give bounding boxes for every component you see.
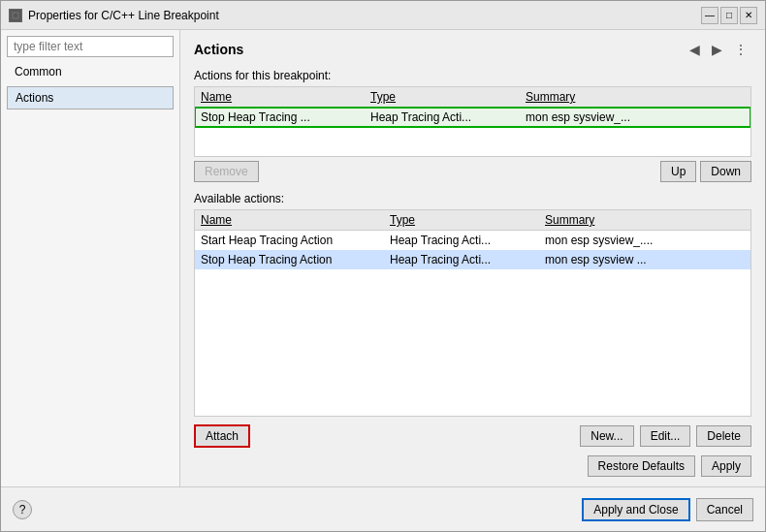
svg-point-1 bbox=[14, 14, 17, 17]
avail-header-type: Type bbox=[390, 213, 545, 227]
up-down-buttons: Up Down bbox=[660, 161, 751, 182]
help-button[interactable]: ? bbox=[13, 500, 32, 519]
title-bar-controls: — □ ✕ bbox=[701, 7, 757, 24]
title-bar: Properties for C/C++ Line Breakpoint — □… bbox=[1, 1, 765, 30]
available-actions-table: Name Type Summary Start Heap Tracing Act… bbox=[194, 209, 751, 417]
avail-header-name: Name bbox=[201, 213, 390, 227]
edit-button[interactable]: Edit... bbox=[640, 425, 691, 447]
bp-header-name: Name bbox=[201, 90, 370, 104]
sidebar: Common Actions bbox=[1, 30, 180, 486]
bp-actions-btn-row: Remove Up Down bbox=[194, 161, 751, 182]
main-header: Actions ◀ ▶ ⋮ bbox=[194, 40, 751, 59]
forward-button[interactable]: ▶ bbox=[708, 40, 726, 59]
main-title: Actions bbox=[194, 42, 243, 57]
apply-button[interactable]: Apply bbox=[701, 455, 751, 477]
breakpoint-table-body: Stop Heap Tracing ... Heap Tracing Acti.… bbox=[195, 108, 750, 156]
available-table-body: Start Heap Tracing Action Heap Tracing A… bbox=[195, 231, 750, 333]
new-button[interactable]: New... bbox=[580, 425, 633, 447]
table-row[interactable]: Stop Heap Tracing Action Heap Tracing Ac… bbox=[195, 250, 750, 269]
back-button[interactable]: ◀ bbox=[686, 40, 704, 59]
available-table-header: Name Type Summary bbox=[195, 210, 750, 231]
avail-row1-name: Stop Heap Tracing Action bbox=[201, 253, 390, 266]
avail-row0-type: Heap Tracing Acti... bbox=[390, 234, 545, 247]
main-window: Properties for C/C++ Line Breakpoint — □… bbox=[0, 0, 766, 532]
restore-defaults-button[interactable]: Restore Defaults bbox=[588, 455, 695, 477]
apply-close-button[interactable]: Apply and Close bbox=[582, 498, 689, 521]
table-row-empty3 bbox=[195, 291, 750, 312]
bottom-actions: Attach New... Edit... Delete bbox=[194, 424, 751, 448]
attach-button[interactable]: Attach bbox=[194, 424, 250, 448]
down-button[interactable]: Down bbox=[700, 161, 751, 182]
table-row[interactable]: Stop Heap Tracing ... Heap Tracing Acti.… bbox=[195, 108, 750, 127]
close-button[interactable]: ✕ bbox=[740, 7, 757, 24]
footer-left: ? bbox=[13, 500, 32, 519]
avail-row0-name: Start Heap Tracing Action bbox=[201, 234, 390, 247]
available-actions-label: Available actions: bbox=[194, 192, 751, 205]
window-icon bbox=[9, 9, 22, 22]
remove-button[interactable]: Remove bbox=[194, 161, 259, 182]
sidebar-filter-input[interactable] bbox=[7, 36, 174, 57]
title-bar-left: Properties for C/C++ Line Breakpoint bbox=[9, 9, 219, 22]
toolbar-icons: ◀ ▶ ⋮ bbox=[686, 40, 751, 59]
avail-row0-summary: mon esp sysview_.... bbox=[545, 234, 745, 247]
avail-header-summary: Summary bbox=[545, 213, 745, 227]
window-footer: ? Apply and Close Cancel bbox=[1, 486, 765, 531]
breakpoint-table-header: Name Type Summary bbox=[195, 87, 750, 108]
actions-for-label: Actions for this breakpoint: bbox=[194, 69, 751, 82]
table-row-empty2 bbox=[195, 269, 750, 291]
main-content: Actions ◀ ▶ ⋮ Actions for this breakpoin… bbox=[180, 30, 765, 486]
delete-button[interactable]: Delete bbox=[696, 425, 751, 447]
bp-row-summary: mon esp sysview_... bbox=[526, 110, 745, 124]
bp-row-name: Stop Heap Tracing ... bbox=[201, 110, 370, 124]
sidebar-item-common[interactable]: Common bbox=[7, 61, 174, 82]
bp-header-type: Type bbox=[370, 90, 526, 104]
minimize-button[interactable]: — bbox=[701, 7, 718, 24]
sidebar-item-actions[interactable]: Actions bbox=[7, 86, 174, 110]
table-row-empty4 bbox=[195, 312, 750, 333]
bottom-right-buttons: New... Edit... Delete bbox=[580, 425, 751, 447]
bp-header-summary: Summary bbox=[526, 90, 745, 104]
menu-button[interactable]: ⋮ bbox=[730, 40, 751, 59]
avail-row1-type: Heap Tracing Acti... bbox=[390, 253, 545, 266]
available-section: Available actions: Name Type Summary Sta… bbox=[194, 192, 751, 417]
table-row-empty bbox=[195, 127, 750, 148]
footer-right: Apply and Close Cancel bbox=[582, 498, 753, 521]
breakpoint-actions-table: Name Type Summary Stop Heap Tracing ... … bbox=[194, 86, 751, 157]
table-row[interactable]: Start Heap Tracing Action Heap Tracing A… bbox=[195, 231, 750, 250]
avail-row1-summary: mon esp sysview ... bbox=[545, 253, 745, 266]
cancel-button[interactable]: Cancel bbox=[696, 498, 753, 521]
bp-row-type: Heap Tracing Acti... bbox=[370, 110, 526, 124]
up-button[interactable]: Up bbox=[660, 161, 696, 182]
window-body: Common Actions Actions ◀ ▶ ⋮ Actions for… bbox=[1, 30, 765, 486]
restore-apply-row: Restore Defaults Apply bbox=[194, 455, 751, 477]
window-title: Properties for C/C++ Line Breakpoint bbox=[28, 9, 219, 22]
maximize-button[interactable]: □ bbox=[720, 7, 738, 24]
